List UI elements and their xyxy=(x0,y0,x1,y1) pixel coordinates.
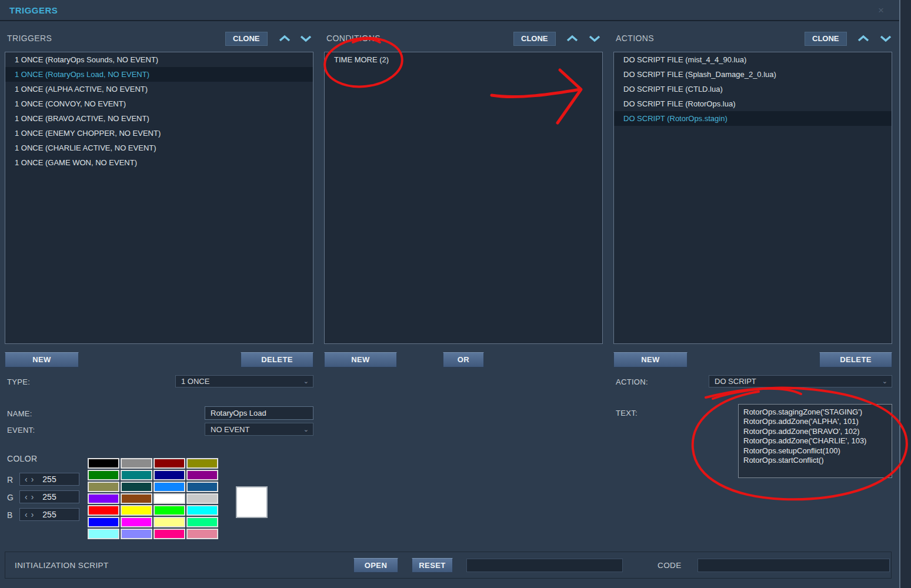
palette-swatch[interactable] xyxy=(186,517,218,527)
actions-column-header: ACTIONS xyxy=(616,34,654,43)
name-label: NAME: xyxy=(7,409,32,418)
palette-swatch[interactable] xyxy=(88,505,119,516)
palette-swatch[interactable] xyxy=(121,470,152,480)
blue-stepper[interactable]: ‹› 255 xyxy=(19,508,79,521)
list-item[interactable]: 1 ONCE (RotaryOps Load, NO EVENT) xyxy=(5,67,313,82)
color-label: COLOR xyxy=(7,454,37,463)
code-input[interactable] xyxy=(698,559,890,572)
palette-swatch[interactable] xyxy=(186,470,218,480)
conditions-move-up-icon[interactable] xyxy=(566,34,579,43)
list-item[interactable]: 1 ONCE (CHARLIE ACTIVE, NO EVENT) xyxy=(5,141,313,155)
stepper-arrows-icon[interactable]: ‹› xyxy=(20,475,37,484)
script-textarea[interactable]: RotorOps.stagingZone('STAGING') RotorOps… xyxy=(738,404,892,478)
actions-delete-button[interactable]: DELETE xyxy=(819,352,892,368)
blue-channel-label: B xyxy=(7,510,13,520)
list-item[interactable]: 1 ONCE (GAME WON, NO EVENT) xyxy=(5,155,313,170)
dialog-title: TRIGGERS xyxy=(9,5,58,15)
actions-list: DO SCRIPT FILE (mist_4_4_90.lua)DO SCRIP… xyxy=(613,52,892,344)
action-label: ACTION: xyxy=(616,377,648,386)
script-file-input[interactable] xyxy=(466,559,623,572)
conditions-new-button[interactable]: NEW xyxy=(324,352,397,368)
initialization-script-bar: INITIALIZATION SCRIPT OPEN RESET CODE xyxy=(5,552,892,579)
conditions-clone-button[interactable]: CLONE xyxy=(513,32,556,46)
palette-swatch[interactable] xyxy=(186,493,218,504)
palette-swatch[interactable] xyxy=(186,505,218,516)
chevron-down-icon: ⌄ xyxy=(303,378,309,385)
list-item[interactable]: 1 ONCE (ENEMY CHOPPER, NO EVENT) xyxy=(5,126,313,141)
conditions-or-button[interactable]: OR xyxy=(443,352,484,368)
list-item[interactable]: DO SCRIPT (RotorOps.stagin) xyxy=(614,111,892,126)
list-item[interactable]: DO SCRIPT FILE (Splash_Damage_2_0.lua) xyxy=(614,67,892,82)
green-stepper[interactable]: ‹› 255 xyxy=(19,490,79,503)
code-label: CODE xyxy=(658,561,682,570)
chevron-down-icon: ⌄ xyxy=(882,378,887,385)
reset-button[interactable]: RESET xyxy=(412,558,453,573)
name-input[interactable]: RotaryOps Load xyxy=(205,406,313,420)
palette-swatch[interactable] xyxy=(88,470,119,480)
palette-swatch[interactable] xyxy=(88,482,119,492)
type-dropdown[interactable]: 1 ONCE ⌄ xyxy=(175,375,313,387)
palette-swatch[interactable] xyxy=(121,458,152,469)
close-icon[interactable]: × xyxy=(878,5,884,16)
list-item[interactable]: 1 ONCE (BRAVO ACTIVE, NO EVENT) xyxy=(5,111,313,126)
list-item[interactable]: TIME MORE (2) xyxy=(325,52,602,67)
list-item[interactable]: DO SCRIPT FILE (RotorOps.lua) xyxy=(614,96,892,111)
palette-swatch[interactable] xyxy=(88,493,119,504)
palette-swatch[interactable] xyxy=(153,482,185,492)
list-item[interactable]: 1 ONCE (ALPHA ACTIVE, NO EVENT) xyxy=(5,82,313,96)
palette-swatch[interactable] xyxy=(153,493,185,504)
list-item[interactable]: 1 ONCE (RotaryOps Sounds, NO EVENT) xyxy=(5,52,313,67)
conditions-column-header: CONDITIONS xyxy=(326,34,381,43)
text-label: TEXT: xyxy=(616,409,638,417)
triggers-new-button[interactable]: NEW xyxy=(5,352,79,368)
palette-swatch[interactable] xyxy=(88,458,119,469)
palette-swatch[interactable] xyxy=(121,482,152,492)
palette-swatch[interactable] xyxy=(121,517,152,527)
actions-clone-button[interactable]: CLONE xyxy=(805,32,847,46)
stepper-arrows-icon[interactable]: ‹› xyxy=(20,492,37,502)
palette-swatch[interactable] xyxy=(153,470,185,480)
red-stepper[interactable]: ‹› 255 xyxy=(19,473,79,486)
triggers-move-up-icon[interactable] xyxy=(278,34,291,43)
actions-move-up-icon[interactable] xyxy=(857,34,870,43)
actions-move-down-icon[interactable] xyxy=(879,34,892,43)
red-value: 255 xyxy=(37,475,56,484)
conditions-move-down-icon[interactable] xyxy=(588,34,601,43)
stepper-arrows-icon[interactable]: ‹› xyxy=(20,510,37,519)
palette-swatch[interactable] xyxy=(88,529,119,539)
palette-swatch[interactable] xyxy=(186,458,218,469)
action-dropdown[interactable]: DO SCRIPT ⌄ xyxy=(709,375,892,387)
palette-swatch[interactable] xyxy=(88,517,119,527)
triggers-delete-button[interactable]: DELETE xyxy=(241,352,313,368)
triggers-clone-button[interactable]: CLONE xyxy=(225,32,268,46)
chevron-down-icon: ⌄ xyxy=(303,426,309,433)
green-channel-label: G xyxy=(7,493,14,502)
palette-swatch[interactable] xyxy=(153,505,185,516)
blue-value: 255 xyxy=(37,510,56,519)
palette-swatch[interactable] xyxy=(186,529,218,539)
palette-swatch[interactable] xyxy=(121,529,152,539)
event-label: EVENT: xyxy=(7,426,35,435)
actions-new-button[interactable]: NEW xyxy=(613,352,688,368)
triggers-dialog: TRIGGERS × TRIGGERS CLONE CONDITIONS CLO… xyxy=(0,0,900,588)
event-dropdown[interactable]: NO EVENT ⌄ xyxy=(205,423,313,436)
conditions-list: TIME MORE (2) xyxy=(324,52,603,344)
palette-swatch[interactable] xyxy=(153,517,185,527)
triggers-move-down-icon[interactable] xyxy=(299,34,312,43)
triggers-column-header: TRIGGERS xyxy=(7,34,52,43)
action-value: DO SCRIPT xyxy=(715,377,756,386)
initialization-script-label: INITIALIZATION SCRIPT xyxy=(15,561,109,570)
palette-swatch[interactable] xyxy=(153,529,185,539)
event-value: NO EVENT xyxy=(211,425,249,434)
type-label: TYPE: xyxy=(7,377,30,386)
list-item[interactable]: DO SCRIPT FILE (mist_4_4_90.lua) xyxy=(614,52,892,67)
palette-swatch[interactable] xyxy=(153,458,185,469)
palette-swatch[interactable] xyxy=(121,493,152,504)
list-item[interactable]: DO SCRIPT FILE (CTLD.lua) xyxy=(614,82,892,96)
palette-swatch[interactable] xyxy=(121,505,152,516)
palette-swatch[interactable] xyxy=(186,482,218,492)
green-value: 255 xyxy=(37,492,56,502)
color-palette xyxy=(87,457,219,540)
list-item[interactable]: 1 ONCE (CONVOY, NO EVENT) xyxy=(5,96,313,111)
open-button[interactable]: OPEN xyxy=(353,558,398,573)
